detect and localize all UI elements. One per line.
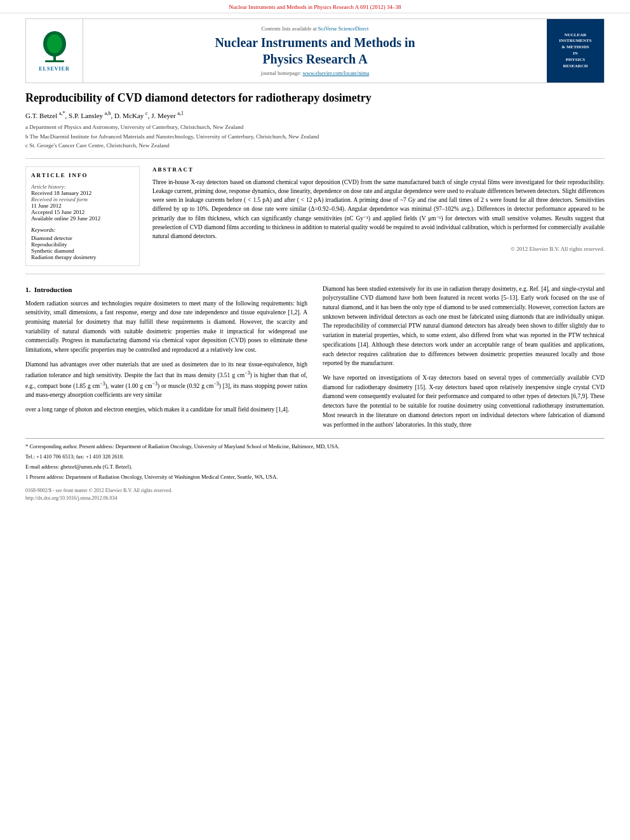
journal-citation-text: Nuclear Instruments and Methods in Physi… <box>229 4 401 10</box>
history-label: Article history: <box>31 183 134 190</box>
svg-rect-3 <box>45 60 64 62</box>
intro-paragraph-1: Modern radiation sources and technologie… <box>25 299 307 355</box>
journal-homepage: journal homepage: www.elsevier.com/locat… <box>261 70 369 76</box>
affiliation-a: a Department of Physics and Astronomy, U… <box>25 123 605 132</box>
svg-point-2 <box>47 34 62 53</box>
journal-badge: NUCLEARINSTRUMENTS& METHODSINPHYSICSRESE… <box>559 32 591 70</box>
footnotes-area: * Corresponding author. Present address:… <box>25 438 605 481</box>
article-history: Article history: Received 18 January 201… <box>31 183 134 222</box>
sciverse-link[interactable]: SciVerse ScienceDirect <box>318 25 369 32</box>
divider-line-2 <box>25 274 605 274</box>
journal-badge-section: NUCLEARINSTRUMENTS& METHODSINPHYSICSRESE… <box>547 19 604 83</box>
footnote-2: Tel.: +1 410 706 6513; fax: +1 410 328 2… <box>25 453 605 461</box>
license-line-1: 0168-9002/$ - see front matter © 2012 El… <box>25 487 605 495</box>
license-line-2: http://dx.doi.org/10.1016/j.nima.2012.06… <box>25 495 605 502</box>
divider-line <box>25 158 605 159</box>
elsevier-logo-section: ELSEVIER <box>26 19 83 83</box>
license-area: 0168-9002/$ - see front matter © 2012 El… <box>25 487 605 502</box>
elsevier-text: ELSEVIER <box>39 66 69 72</box>
affiliations: a Department of Physics and Astronomy, U… <box>25 123 605 150</box>
elsevier-logo: ELSEVIER <box>39 30 70 72</box>
copyright-line: © 2012 Elsevier B.V. All rights reserved… <box>152 246 605 252</box>
elsevier-tree-icon <box>39 30 70 65</box>
introduction-heading: 1. Introduction <box>25 284 307 295</box>
revised-date: 11 June 2012 <box>31 203 134 209</box>
affiliation-b: b The MacDiarmid Institute for Advanced … <box>25 133 605 142</box>
intro-paragraph-5: We have reported on investigations of X-… <box>323 373 605 429</box>
article-title: Reproducibility of CVD diamond detectors… <box>25 91 605 105</box>
article-content: Reproducibility of CVD diamond detectors… <box>25 91 605 502</box>
journal-citation-bar: Nuclear Instruments and Methods in Physi… <box>0 0 630 13</box>
footnote-3: E-mail address: gbetzel@umm.edu (G.T. Be… <box>25 463 605 471</box>
keywords-section: Keywords: Diamond detector Reproducibili… <box>31 227 134 260</box>
footnote-4: 1 Present address: Department of Radiati… <box>25 473 605 481</box>
abstract-text: Three in-house X-ray detectors based on … <box>152 178 605 241</box>
abstract-section: ABSTRACT Three in-house X-ray detectors … <box>152 166 605 266</box>
received-date: Received 18 January 2012 <box>31 190 134 196</box>
intro-paragraph-3: over a long range of photon and electron… <box>25 405 307 415</box>
article-info-box: ARTICLE INFO Article history: Received 1… <box>25 166 140 266</box>
homepage-link[interactable]: www.elsevier.com/locate/nima <box>302 70 369 76</box>
contents-line: Contents lists available at SciVerse Sci… <box>262 25 369 32</box>
keywords-title: Keywords: <box>31 227 134 233</box>
keyword-4: Radiation therapy dosimetry <box>31 254 134 260</box>
received-revised-label: Received in revised form <box>31 196 134 203</box>
keyword-2: Reproducibility <box>31 241 134 248</box>
info-abstract-section: ARTICLE INFO Article history: Received 1… <box>25 166 605 266</box>
journal-title-section: Contents lists available at SciVerse Sci… <box>83 19 547 83</box>
intro-paragraph-2: Diamond has advantages over other materi… <box>25 360 307 400</box>
available-date: Available online 29 June 2012 <box>31 215 134 222</box>
journal-header: ELSEVIER Contents lists available at Sci… <box>25 18 605 83</box>
article-info-heading: ARTICLE INFO <box>31 172 134 178</box>
keyword-3: Synthetic diamond <box>31 248 134 254</box>
authors: G.T. Betzel a,*, S.P. Lansley a,b, D. Mc… <box>25 110 605 119</box>
accepted-date: Accepted 15 June 2012 <box>31 209 134 215</box>
intro-paragraph-4: Diamond has been studied extensively for… <box>323 284 605 368</box>
body-content: 1. Introduction Modern radiation sources… <box>25 284 605 430</box>
abstract-heading: ABSTRACT <box>152 166 605 173</box>
keyword-1: Diamond detector <box>31 235 134 241</box>
journal-title: Nuclear Instruments and Methods in Physi… <box>215 34 415 67</box>
affiliation-c: c St. George's Cancer Care Centre, Chris… <box>25 142 605 150</box>
footnote-1: * Corresponding author. Present address:… <box>25 443 605 451</box>
